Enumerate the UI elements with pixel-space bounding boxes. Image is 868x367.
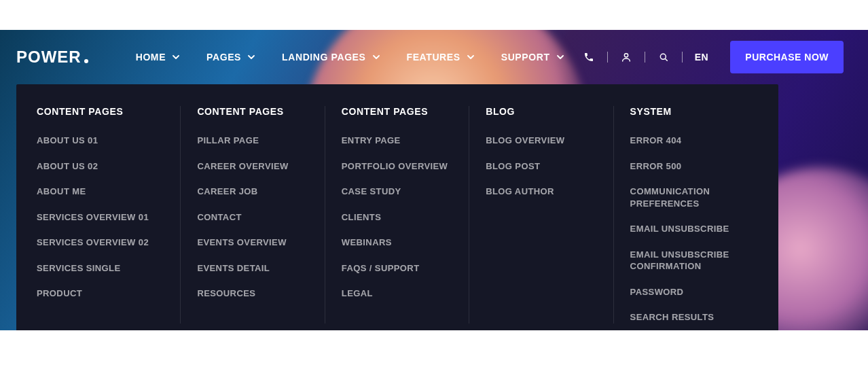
mega-item[interactable]: EVENTS DETAIL <box>197 262 308 275</box>
navbar: POWER HOME PAGES LANDING PAGES <box>0 30 868 84</box>
mega-heading: CONTENT PAGES <box>342 106 452 117</box>
mega-column-4: BLOG BLOG OVERVIEW BLOG POST BLOG AUTHOR <box>469 106 613 324</box>
logo-dot <box>84 59 88 63</box>
nav-label: SUPPORT <box>501 52 550 63</box>
mega-item[interactable]: FAQS / SUPPORT <box>342 262 452 275</box>
divider <box>645 52 645 63</box>
divider <box>682 52 683 63</box>
mega-item[interactable]: SERVICES SINGLE <box>37 262 164 275</box>
mega-item[interactable]: RESOURCES <box>197 287 308 300</box>
mega-item[interactable]: PILLAR PAGE <box>197 135 308 147</box>
search-icon[interactable] <box>657 51 670 63</box>
mega-item[interactable]: SEARCH RESULTS <box>630 311 758 324</box>
mega-item[interactable]: CONTACT <box>197 211 308 224</box>
nav-item-support[interactable]: SUPPORT <box>501 52 564 63</box>
mega-heading: BLOG <box>486 106 596 117</box>
nav-label: PAGES <box>206 52 241 63</box>
purchase-button[interactable]: PURCHASE NOW <box>730 41 844 73</box>
hero-background: POWER HOME PAGES LANDING PAGES <box>0 30 868 330</box>
mega-column-5: SYSTEM ERROR 404 ERROR 500 COMMUNICATION… <box>614 106 758 324</box>
mega-heading: CONTENT PAGES <box>197 106 308 117</box>
mega-item[interactable]: ERROR 500 <box>630 160 758 173</box>
mega-item[interactable]: CLIENTS <box>342 211 452 224</box>
mega-column-2: CONTENT PAGES PILLAR PAGE CAREER OVERVIE… <box>181 106 325 324</box>
mega-item[interactable]: PASSWORD <box>630 286 758 298</box>
mega-item[interactable]: ABOUT US 01 <box>37 135 164 147</box>
mega-item[interactable]: ERROR 404 <box>630 135 758 147</box>
mega-item[interactable]: PRODUCT <box>37 287 164 300</box>
mega-heading: CONTENT PAGES <box>37 106 164 117</box>
chevron-down-icon <box>173 54 179 60</box>
mega-menu: CONTENT PAGES ABOUT US 01 ABOUT US 02 AB… <box>16 84 778 330</box>
nav-item-landing-pages[interactable]: LANDING PAGES <box>282 52 379 63</box>
nav-item-features[interactable]: FEATURES <box>407 52 474 63</box>
nav-right: EN PURCHASE NOW <box>583 41 844 73</box>
mega-item[interactable]: EVENTS OVERVIEW <box>197 237 308 249</box>
user-icon[interactable] <box>620 51 632 63</box>
svg-point-0 <box>624 54 628 57</box>
mega-item[interactable]: BLOG OVERVIEW <box>486 135 596 147</box>
mega-item[interactable]: CASE STUDY <box>342 186 452 198</box>
divider <box>607 52 608 63</box>
mega-item[interactable]: ABOUT US 02 <box>37 160 164 173</box>
mega-item[interactable]: BLOG AUTHOR <box>486 186 596 198</box>
mega-item[interactable]: COMMUNICATION PREFERENCES <box>630 186 758 209</box>
nav-item-pages[interactable]: PAGES <box>206 52 255 63</box>
nav-label: HOME <box>136 52 166 63</box>
mega-column-1: CONTENT PAGES ABOUT US 01 ABOUT US 02 AB… <box>37 106 181 324</box>
nav-item-home[interactable]: HOME <box>136 52 179 63</box>
svg-point-1 <box>660 54 666 59</box>
phone-icon[interactable] <box>583 51 595 63</box>
mega-item[interactable]: LEGAL <box>342 287 452 300</box>
chevron-down-icon <box>373 54 380 60</box>
nav-label: LANDING PAGES <box>282 52 365 63</box>
logo[interactable]: POWER <box>16 48 88 67</box>
chevron-down-icon <box>248 54 255 60</box>
nav-links: HOME PAGES LANDING PAGES FEATURES <box>136 52 564 63</box>
mega-item[interactable]: CAREER JOB <box>197 186 308 198</box>
mega-item[interactable]: ABOUT ME <box>37 186 164 198</box>
chevron-down-icon <box>467 54 474 60</box>
mega-item[interactable]: PORTFOLIO OVERVIEW <box>342 160 452 173</box>
mega-item[interactable]: EMAIL UNSUBSCRIBE CONFIRMATION <box>630 249 758 273</box>
mega-item[interactable]: BLOG POST <box>486 160 596 173</box>
language-switch[interactable]: EN <box>695 52 709 63</box>
mega-item[interactable]: SERVICES OVERVIEW 02 <box>37 237 164 249</box>
mega-item[interactable]: CAREER OVERVIEW <box>197 160 308 173</box>
mega-item[interactable]: WEBINARS <box>342 237 452 249</box>
chevron-down-icon <box>557 54 564 60</box>
mega-heading: SYSTEM <box>630 106 758 117</box>
mega-item[interactable]: SERVICES OVERVIEW 01 <box>37 211 164 224</box>
logo-text: POWER <box>16 48 82 67</box>
nav-label: FEATURES <box>407 52 460 63</box>
mega-item[interactable]: ENTRY PAGE <box>342 135 452 147</box>
mega-column-3: CONTENT PAGES ENTRY PAGE PORTFOLIO OVERV… <box>325 106 469 324</box>
mega-item[interactable]: EMAIL UNSUBSCRIBE <box>630 223 758 235</box>
